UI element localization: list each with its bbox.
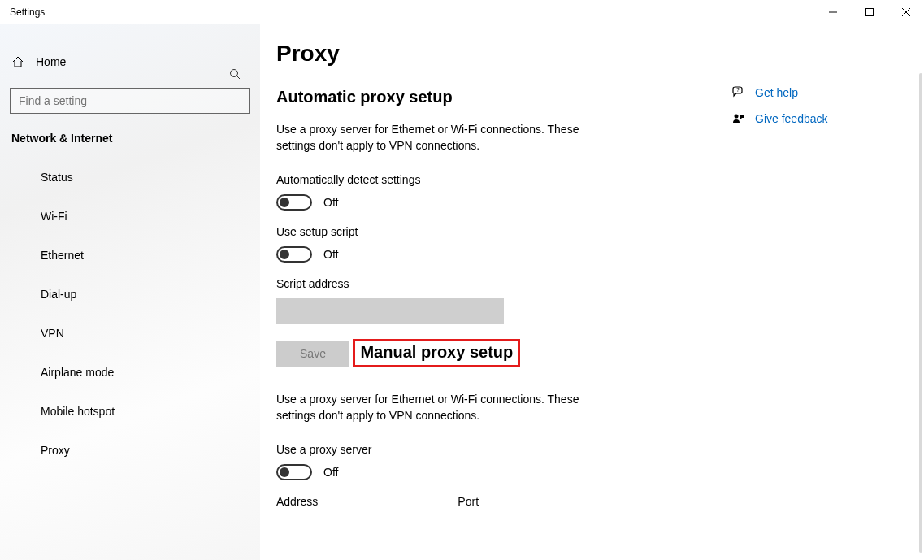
- svg-point-20: [735, 115, 739, 119]
- use-proxy-label: Use a proxy server: [276, 443, 731, 456]
- manual-heading-highlight: Manual proxy setup: [353, 339, 520, 367]
- auto-proxy-desc: Use a proxy server for Ethernet or Wi-Fi…: [276, 121, 618, 154]
- search-icon: [229, 68, 241, 80]
- sidebar-item-label: VPN: [41, 327, 64, 340]
- vpn-icon: [11, 328, 26, 339]
- svg-rect-1: [865, 9, 873, 16]
- sidebar-item-label: Wi-Fi: [41, 210, 67, 223]
- sidebar-item-wifi[interactable]: Wi-Fi: [0, 197, 260, 236]
- help-icon: ?: [729, 86, 748, 99]
- address-label: Address: [276, 495, 318, 508]
- airplane-icon: [11, 367, 26, 378]
- sidebar-item-hotspot[interactable]: Mobile hotspot: [0, 392, 260, 431]
- category-title: Network & Internet: [0, 114, 260, 158]
- sidebar-item-status[interactable]: Status: [0, 158, 260, 197]
- sidebar-item-label: Status: [41, 171, 73, 184]
- sidebar-item-label: Ethernet: [41, 249, 84, 262]
- sidebar-item-ethernet[interactable]: Ethernet: [0, 236, 260, 275]
- sidebar-item-label: Airplane mode: [41, 366, 114, 379]
- proxy-icon: [11, 445, 26, 456]
- titlebar: Settings: [0, 0, 924, 24]
- svg-text:?: ?: [736, 87, 740, 93]
- search-container: [10, 88, 250, 114]
- page-title: Proxy: [276, 41, 731, 67]
- setup-script-state: Off: [323, 248, 338, 261]
- sidebar-item-label: Proxy: [41, 444, 70, 457]
- close-icon: [902, 8, 910, 16]
- svg-line-5: [237, 76, 241, 80]
- sidebar-item-label: Mobile hotspot: [41, 405, 115, 418]
- get-help-label: Get help: [755, 86, 798, 99]
- minimize-icon: [829, 8, 837, 16]
- home-icon: [11, 55, 24, 68]
- search-input[interactable]: [10, 88, 250, 114]
- aside-links: ? Get help Give feedback: [729, 80, 908, 132]
- maximize-icon: [865, 8, 874, 16]
- get-help-link[interactable]: ? Get help: [729, 80, 908, 106]
- wifi-icon: [11, 211, 26, 222]
- feedback-icon: [729, 112, 748, 125]
- sidebar-item-proxy[interactable]: Proxy: [0, 431, 260, 470]
- auto-detect-label: Automatically detect settings: [276, 173, 731, 186]
- setup-script-label: Use setup script: [276, 225, 731, 238]
- auto-proxy-heading: Automatic proxy setup: [276, 88, 731, 106]
- save-button[interactable]: Save: [276, 341, 349, 367]
- script-address-input[interactable]: [276, 298, 504, 324]
- main-content: Proxy Automatic proxy setup Use a proxy …: [276, 24, 731, 560]
- sidebar-item-airplane[interactable]: Airplane mode: [0, 353, 260, 392]
- home-nav[interactable]: Home: [0, 47, 260, 76]
- sidebar: Home Network & Internet Status Wi-Fi Eth…: [0, 24, 260, 560]
- hotspot-icon: [11, 406, 26, 417]
- use-proxy-state: Off: [323, 466, 338, 479]
- script-address-label: Script address: [276, 277, 731, 290]
- ethernet-icon: [11, 250, 26, 261]
- home-label: Home: [36, 55, 66, 68]
- auto-detect-toggle[interactable]: [276, 194, 312, 211]
- window-title: Settings: [10, 7, 45, 18]
- scrollbar[interactable]: [919, 73, 922, 553]
- minimize-button[interactable]: [814, 0, 851, 24]
- setup-script-toggle[interactable]: [276, 246, 312, 263]
- close-button[interactable]: [887, 0, 924, 24]
- port-label: Port: [458, 495, 479, 508]
- sidebar-item-label: Dial-up: [41, 288, 76, 301]
- maximize-button[interactable]: [851, 0, 887, 24]
- use-proxy-toggle[interactable]: [276, 464, 312, 480]
- manual-proxy-desc: Use a proxy server for Ethernet or Wi-Fi…: [276, 391, 618, 423]
- give-feedback-label: Give feedback: [755, 112, 828, 125]
- status-icon: [11, 171, 26, 183]
- sidebar-item-dialup[interactable]: Dial-up: [0, 275, 260, 314]
- manual-proxy-heading: Manual proxy setup: [360, 343, 513, 362]
- svg-point-4: [231, 70, 238, 77]
- dialup-icon: [11, 289, 26, 300]
- auto-detect-state: Off: [323, 196, 338, 209]
- sidebar-item-vpn[interactable]: VPN: [0, 314, 260, 353]
- give-feedback-link[interactable]: Give feedback: [729, 106, 908, 132]
- window-controls: [814, 0, 924, 24]
